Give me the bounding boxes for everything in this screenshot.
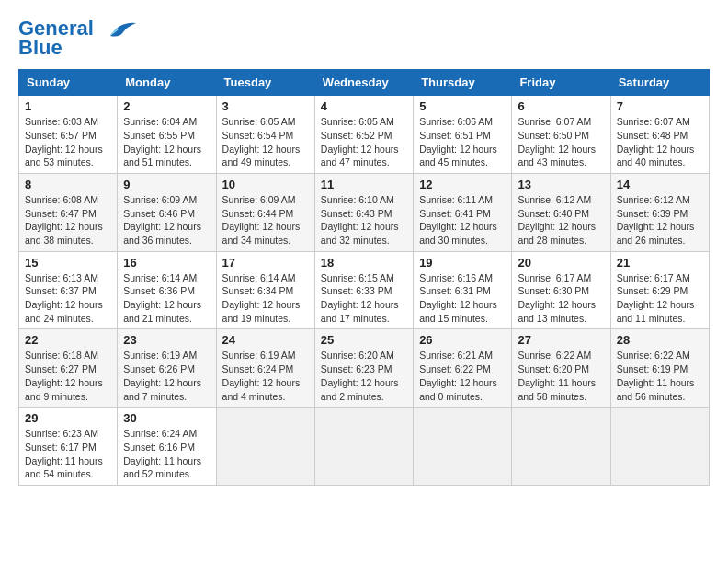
day-number: 27 xyxy=(518,333,604,347)
day-info: Sunrise: 6:18 AM Sunset: 6:27 PM Dayligh… xyxy=(25,349,111,403)
day-info: Sunrise: 6:10 AM Sunset: 6:43 PM Dayligh… xyxy=(321,193,407,247)
day-number: 20 xyxy=(518,256,604,270)
calendar-cell: 18Sunrise: 6:15 AM Sunset: 6:33 PM Dayli… xyxy=(314,251,413,329)
calendar-cell: 28Sunrise: 6:22 AM Sunset: 6:19 PM Dayli… xyxy=(610,329,709,408)
day-info: Sunrise: 6:20 AM Sunset: 6:23 PM Dayligh… xyxy=(321,349,407,403)
day-info: Sunrise: 6:07 AM Sunset: 6:50 PM Dayligh… xyxy=(518,115,604,169)
day-info: Sunrise: 6:12 AM Sunset: 6:39 PM Dayligh… xyxy=(617,193,703,247)
calendar-cell: 23Sunrise: 6:19 AM Sunset: 6:26 PM Dayli… xyxy=(118,329,216,408)
day-info: Sunrise: 6:17 AM Sunset: 6:30 PM Dayligh… xyxy=(518,271,604,326)
calendar-cell xyxy=(414,408,512,486)
calendar-cell: 5Sunrise: 6:06 AM Sunset: 6:51 PM Daylig… xyxy=(414,96,512,174)
day-number: 28 xyxy=(617,333,703,347)
day-number: 24 xyxy=(222,333,309,347)
day-number: 7 xyxy=(617,99,703,113)
calendar-cell: 16Sunrise: 6:14 AM Sunset: 6:36 PM Dayli… xyxy=(118,251,216,329)
calendar-cell: 19Sunrise: 6:16 AM Sunset: 6:31 PM Dayli… xyxy=(414,251,512,329)
calendar-cell: 11Sunrise: 6:10 AM Sunset: 6:43 PM Dayli… xyxy=(314,173,413,251)
calendar-cell: 14Sunrise: 6:12 AM Sunset: 6:39 PM Dayli… xyxy=(610,173,709,251)
day-number: 14 xyxy=(617,178,703,191)
day-number: 6 xyxy=(518,99,604,113)
calendar-cell xyxy=(610,408,709,486)
calendar-cell: 22Sunrise: 6:18 AM Sunset: 6:27 PM Dayli… xyxy=(19,329,118,408)
calendar-week-2: 8Sunrise: 6:08 AM Sunset: 6:47 PM Daylig… xyxy=(19,173,710,251)
calendar-cell: 12Sunrise: 6:11 AM Sunset: 6:41 PM Dayli… xyxy=(414,173,512,251)
day-number: 29 xyxy=(25,411,111,425)
weekday-header-wednesday: Wednesday xyxy=(314,70,413,96)
day-info: Sunrise: 6:14 AM Sunset: 6:34 PM Dayligh… xyxy=(222,271,309,326)
day-number: 11 xyxy=(321,178,407,191)
day-number: 30 xyxy=(123,411,210,425)
logo-bird-icon xyxy=(101,19,136,40)
weekday-header-thursday: Thursday xyxy=(414,70,512,96)
page-header: General Blue xyxy=(18,18,710,60)
day-number: 23 xyxy=(123,333,210,347)
day-number: 10 xyxy=(222,178,309,191)
day-info: Sunrise: 6:03 AM Sunset: 6:57 PM Dayligh… xyxy=(25,115,111,169)
calendar-cell: 17Sunrise: 6:14 AM Sunset: 6:34 PM Dayli… xyxy=(216,251,314,329)
calendar-week-3: 15Sunrise: 6:13 AM Sunset: 6:37 PM Dayli… xyxy=(19,251,710,329)
calendar-cell: 20Sunrise: 6:17 AM Sunset: 6:30 PM Dayli… xyxy=(512,251,610,329)
calendar-cell: 30Sunrise: 6:24 AM Sunset: 6:16 PM Dayli… xyxy=(118,408,216,486)
calendar-cell: 27Sunrise: 6:22 AM Sunset: 6:20 PM Dayli… xyxy=(512,329,610,408)
calendar-cell: 3Sunrise: 6:05 AM Sunset: 6:54 PM Daylig… xyxy=(216,96,314,174)
day-info: Sunrise: 6:19 AM Sunset: 6:24 PM Dayligh… xyxy=(222,349,309,403)
day-info: Sunrise: 6:06 AM Sunset: 6:51 PM Dayligh… xyxy=(419,115,506,169)
calendar-cell: 29Sunrise: 6:23 AM Sunset: 6:17 PM Dayli… xyxy=(19,408,118,486)
calendar-week-1: 1Sunrise: 6:03 AM Sunset: 6:57 PM Daylig… xyxy=(19,96,710,174)
day-info: Sunrise: 6:05 AM Sunset: 6:54 PM Dayligh… xyxy=(222,115,309,169)
calendar-cell: 9Sunrise: 6:09 AM Sunset: 6:46 PM Daylig… xyxy=(118,173,216,251)
calendar-cell: 6Sunrise: 6:07 AM Sunset: 6:50 PM Daylig… xyxy=(512,96,610,174)
day-info: Sunrise: 6:24 AM Sunset: 6:16 PM Dayligh… xyxy=(123,427,210,481)
weekday-header-sunday: Sunday xyxy=(19,70,118,96)
day-info: Sunrise: 6:08 AM Sunset: 6:47 PM Dayligh… xyxy=(25,193,111,247)
calendar-table: SundayMondayTuesdayWednesdayThursdayFrid… xyxy=(18,69,710,486)
day-number: 16 xyxy=(123,256,210,270)
calendar-header-row: SundayMondayTuesdayWednesdayThursdayFrid… xyxy=(19,70,710,96)
day-number: 25 xyxy=(321,333,407,347)
calendar-cell: 26Sunrise: 6:21 AM Sunset: 6:22 PM Dayli… xyxy=(414,329,512,408)
day-info: Sunrise: 6:17 AM Sunset: 6:29 PM Dayligh… xyxy=(617,271,703,326)
day-info: Sunrise: 6:07 AM Sunset: 6:48 PM Dayligh… xyxy=(617,115,703,169)
day-info: Sunrise: 6:21 AM Sunset: 6:22 PM Dayligh… xyxy=(419,349,506,403)
day-info: Sunrise: 6:14 AM Sunset: 6:36 PM Dayligh… xyxy=(123,271,210,326)
calendar-cell: 7Sunrise: 6:07 AM Sunset: 6:48 PM Daylig… xyxy=(610,96,709,174)
day-info: Sunrise: 6:12 AM Sunset: 6:40 PM Dayligh… xyxy=(518,193,604,247)
calendar-cell: 24Sunrise: 6:19 AM Sunset: 6:24 PM Dayli… xyxy=(216,329,314,408)
weekday-header-monday: Monday xyxy=(118,70,216,96)
calendar-cell xyxy=(314,408,413,486)
calendar-cell: 15Sunrise: 6:13 AM Sunset: 6:37 PM Dayli… xyxy=(19,251,118,329)
day-info: Sunrise: 6:11 AM Sunset: 6:41 PM Dayligh… xyxy=(419,193,506,247)
day-number: 12 xyxy=(419,178,506,191)
day-number: 8 xyxy=(25,178,111,191)
weekday-header-friday: Friday xyxy=(512,70,610,96)
weekday-header-saturday: Saturday xyxy=(610,70,709,96)
calendar-cell: 8Sunrise: 6:08 AM Sunset: 6:47 PM Daylig… xyxy=(19,173,118,251)
day-number: 9 xyxy=(123,178,210,191)
day-info: Sunrise: 6:19 AM Sunset: 6:26 PM Dayligh… xyxy=(123,349,210,403)
logo-blue: Blue xyxy=(18,36,63,60)
calendar-cell: 25Sunrise: 6:20 AM Sunset: 6:23 PM Dayli… xyxy=(314,329,413,408)
day-number: 2 xyxy=(123,99,210,113)
day-info: Sunrise: 6:15 AM Sunset: 6:33 PM Dayligh… xyxy=(321,271,407,326)
day-info: Sunrise: 6:16 AM Sunset: 6:31 PM Dayligh… xyxy=(419,271,506,326)
day-info: Sunrise: 6:04 AM Sunset: 6:55 PM Dayligh… xyxy=(123,115,210,169)
calendar-cell xyxy=(216,408,314,486)
calendar-cell: 21Sunrise: 6:17 AM Sunset: 6:29 PM Dayli… xyxy=(610,251,709,329)
weekday-header-tuesday: Tuesday xyxy=(216,70,314,96)
calendar-cell: 13Sunrise: 6:12 AM Sunset: 6:40 PM Dayli… xyxy=(512,173,610,251)
day-number: 4 xyxy=(321,99,407,113)
day-number: 19 xyxy=(419,256,506,270)
calendar-cell xyxy=(512,408,610,486)
day-number: 13 xyxy=(518,178,604,191)
day-info: Sunrise: 6:23 AM Sunset: 6:17 PM Dayligh… xyxy=(25,427,111,481)
day-info: Sunrise: 6:22 AM Sunset: 6:20 PM Dayligh… xyxy=(518,349,604,403)
calendar-cell: 4Sunrise: 6:05 AM Sunset: 6:52 PM Daylig… xyxy=(314,96,413,174)
day-number: 18 xyxy=(321,256,407,270)
day-number: 21 xyxy=(617,256,703,270)
day-number: 3 xyxy=(222,99,309,113)
calendar-week-4: 22Sunrise: 6:18 AM Sunset: 6:27 PM Dayli… xyxy=(19,329,710,408)
logo: General Blue xyxy=(18,18,136,60)
day-info: Sunrise: 6:13 AM Sunset: 6:37 PM Dayligh… xyxy=(25,271,111,326)
day-info: Sunrise: 6:05 AM Sunset: 6:52 PM Dayligh… xyxy=(321,115,407,169)
